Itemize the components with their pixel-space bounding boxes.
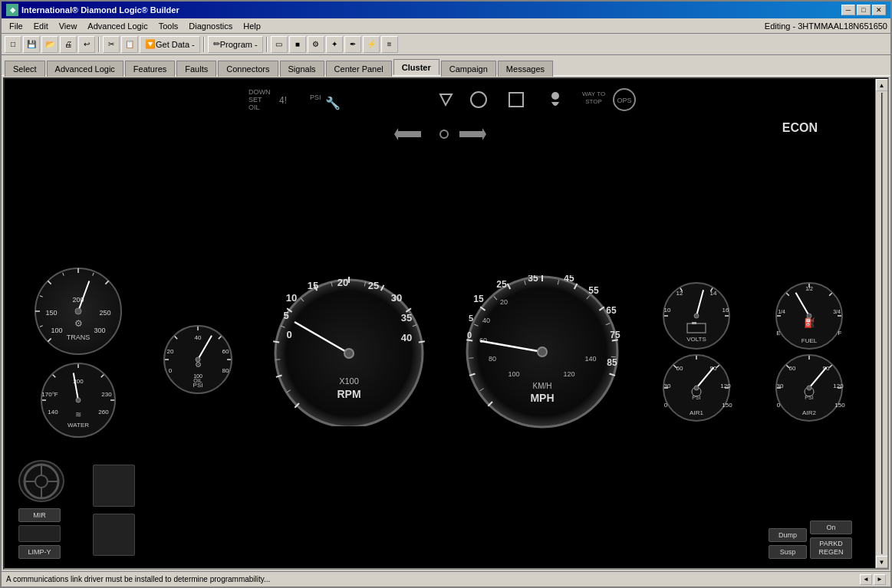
svg-text:140: 140 <box>48 409 58 416</box>
svg-text:SET: SET <box>249 96 262 103</box>
toolbar-rect[interactable]: ▭ <box>271 36 288 53</box>
mir-button[interactable]: MIR <box>18 508 61 522</box>
tab-cluster[interactable]: Cluster <box>393 59 439 75</box>
svg-point-155 <box>694 314 699 318</box>
svg-text:OPS: OPS <box>617 97 631 104</box>
svg-text:AIR1: AIR1 <box>690 409 704 416</box>
tab-select[interactable]: Select <box>5 61 45 77</box>
menu-help[interactable]: Help <box>239 21 265 31</box>
scroll-down-btn[interactable]: ▼ <box>876 556 888 568</box>
toolbar-new[interactable]: □ <box>5 36 21 53</box>
toolbar-wire[interactable]: ⚡ <box>363 36 380 53</box>
svg-text:40: 40 <box>195 334 202 341</box>
limp-y-button[interactable]: LIMP-Y <box>18 545 61 559</box>
svg-text:STOP: STOP <box>585 98 602 105</box>
svg-text:60: 60 <box>676 365 683 372</box>
tab-connectors[interactable]: Connectors <box>218 61 278 77</box>
svg-text:10: 10 <box>664 307 671 314</box>
toolbar-star[interactable]: ✦ <box>326 36 343 53</box>
menu-file[interactable]: File <box>5 21 28 31</box>
svg-text:0: 0 <box>467 330 472 340</box>
menu-advanced-logic[interactable]: Advanced Logic <box>83 21 152 31</box>
toolbar-undo[interactable]: ↩ <box>78 36 95 53</box>
menu-edit[interactable]: Edit <box>29 21 53 31</box>
svg-text:PSI: PSI <box>310 94 321 101</box>
svg-text:35: 35 <box>528 275 538 284</box>
svg-text:300: 300 <box>94 327 105 334</box>
blank-button-1[interactable] <box>18 525 61 542</box>
toolbar-print[interactable]: 🖨 <box>60 36 77 53</box>
svg-marker-1 <box>440 94 452 105</box>
svg-text:0: 0 <box>287 329 292 340</box>
tab-center-panel[interactable]: Center Panel <box>326 61 392 77</box>
econ-label: ECON <box>782 121 818 135</box>
svg-point-37 <box>75 308 81 314</box>
tab-messages[interactable]: Messages <box>498 61 553 77</box>
svg-text:65: 65 <box>606 305 617 316</box>
toolbar-list[interactable]: ≡ <box>381 36 398 53</box>
menu-view[interactable]: View <box>54 21 82 31</box>
program-button[interactable]: ✏ Program - <box>208 36 263 53</box>
dashboard-scrollbar[interactable]: ▲ ▼ <box>875 79 887 568</box>
scroll-up-btn[interactable]: ▲ <box>876 79 888 91</box>
mph-gauge-container: 0 5 15 25 35 45 55 65 75 85 20 <box>462 275 623 429</box>
menu-tools[interactable]: Tools <box>154 21 183 31</box>
status-scroll-right[interactable]: ► <box>874 574 886 585</box>
svg-text:25: 25 <box>368 280 379 291</box>
svg-point-69 <box>196 357 200 362</box>
svg-text:KM/H: KM/H <box>532 382 551 390</box>
svg-text:4!: 4! <box>279 95 287 106</box>
tab-advanced-logic[interactable]: Advanced Logic <box>47 61 123 77</box>
tab-features[interactable]: Features <box>125 61 175 77</box>
svg-text:14: 14 <box>710 290 717 297</box>
svg-text:170°F: 170°F <box>41 391 58 398</box>
svg-text:20: 20 <box>500 298 508 306</box>
toolbar-pen[interactable]: ✒ <box>344 36 361 53</box>
title-bar-left: ◈ International® Diamond Logic® Builder <box>6 4 179 16</box>
svg-text:≋: ≋ <box>75 410 81 419</box>
svg-text:85: 85 <box>607 357 617 368</box>
toolbar-open[interactable]: 📂 <box>41 36 58 53</box>
toolbar-gear[interactable]: ⚙ <box>308 36 324 53</box>
minimize-button[interactable]: ─ <box>841 5 855 15</box>
menu-bar: File Edit View Advanced Logic Tools Diag… <box>2 18 890 34</box>
toolbar-fill[interactable]: ■ <box>289 36 306 53</box>
svg-text:5: 5 <box>284 310 289 321</box>
svg-rect-3 <box>509 93 523 107</box>
svg-point-100 <box>344 349 354 358</box>
svg-text:75: 75 <box>610 330 620 340</box>
close-button[interactable]: ✕ <box>872 5 886 15</box>
menu-diagnostics[interactable]: Diagnostics <box>184 21 237 31</box>
svg-text:F: F <box>838 330 842 337</box>
get-data-button[interactable]: 🔽 Get Data - <box>140 36 200 53</box>
toolbar-cut[interactable]: ✂ <box>103 36 120 53</box>
tab-faults[interactable]: Faults <box>176 61 216 77</box>
rpm-gauge-container: 0 5 10 15 20 25 30 35 40 X100 RPM <box>272 277 426 426</box>
tab-campaign[interactable]: Campaign <box>441 61 496 77</box>
tab-signals[interactable]: Signals <box>280 61 324 77</box>
svg-text:140: 140 <box>584 355 596 363</box>
trans-gauge: 200 150 250 100 300 ⚙ TRANS <box>32 265 124 357</box>
svg-text:OIL: OIL <box>249 103 260 111</box>
window-title: International® Diamond Logic® Builder <box>21 5 179 15</box>
svg-text:100: 100 <box>508 370 519 378</box>
svg-text:X100: X100 <box>339 376 359 386</box>
toolbar-copy[interactable]: 📋 <box>121 36 138 53</box>
on-button[interactable]: On <box>810 521 852 534</box>
svg-text:30: 30 <box>777 383 784 389</box>
svg-text:DOWN: DOWN <box>249 88 271 96</box>
parkd-regen-button[interactable]: PARKDREGEN <box>810 537 852 559</box>
status-scroll-left[interactable]: ◄ <box>860 574 872 585</box>
toolbar-save[interactable]: 💾 <box>23 36 40 53</box>
susp-button[interactable]: Susp <box>769 545 807 559</box>
svg-text:20: 20 <box>167 348 174 355</box>
restore-button[interactable]: □ <box>857 5 871 15</box>
svg-point-204 <box>807 386 811 390</box>
main-content: ▲ ▼ 🔧 <box>2 75 890 571</box>
small-left-gauges: 40 20 60 0 80 100 ⚙ PSI OIL <box>160 323 236 396</box>
svg-text:120: 120 <box>563 370 574 378</box>
dump-button[interactable]: Dump <box>769 528 807 542</box>
svg-text:80: 80 <box>222 367 229 374</box>
svg-text:120: 120 <box>721 383 732 389</box>
svg-text:12: 12 <box>676 290 683 297</box>
